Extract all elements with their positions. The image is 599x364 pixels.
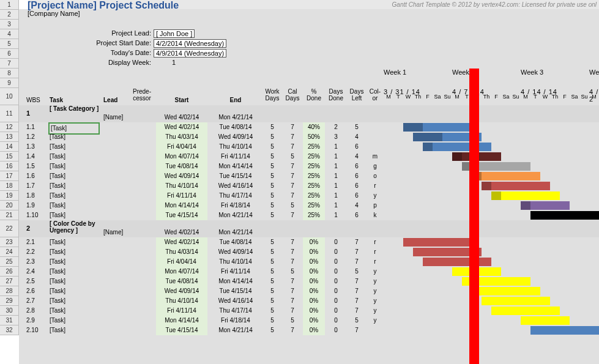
row-number[interactable]: 30 xyxy=(0,306,19,316)
cell-dd[interactable]: 0 xyxy=(326,286,346,296)
cell-wbs[interactable]: 2.1 xyxy=(26,237,45,247)
cell-start[interactable]: Thu 4/03/14 xyxy=(156,247,207,257)
cell-cd[interactable]: 5 xyxy=(283,267,302,277)
cell-cd[interactable]: 7 xyxy=(283,247,302,257)
cell-task[interactable]: [Task] xyxy=(50,237,101,247)
row-number[interactable]: 32 xyxy=(0,325,19,335)
cell-task[interactable]: [Task] xyxy=(50,296,101,306)
cell-cd[interactable]: 7 xyxy=(283,277,302,286)
cell-cl[interactable]: y xyxy=(368,267,382,277)
cell-wd[interactable]: 5 xyxy=(262,286,282,296)
cell-wbs[interactable]: 1.9 xyxy=(26,201,45,210)
cell-task[interactable]: [Task] xyxy=(50,267,101,277)
cell-cl[interactable]: y xyxy=(368,286,382,296)
task-row[interactable]: 2.8[Task]Fri 4/11/14Thu 4/17/14570%07y xyxy=(19,306,599,316)
cell-dl[interactable]: 5 xyxy=(347,122,366,132)
cell-dd[interactable]: 0 xyxy=(326,277,346,286)
cell-dl[interactable]: 5 xyxy=(347,316,366,325)
cell-dd[interactable]: 0 xyxy=(326,247,346,257)
task-row[interactable]: 2.6[Task]Wed 4/09/14Tue 4/15/14570%07y xyxy=(19,286,599,296)
cell-start[interactable]: Fri 4/04/14 xyxy=(156,142,207,152)
cell-cl[interactable]: y xyxy=(368,296,382,306)
cell-task[interactable]: [Task] xyxy=(50,162,101,171)
cell-start[interactable]: Mon 4/07/14 xyxy=(156,267,207,277)
cell-end[interactable]: Fri 4/18/14 xyxy=(210,316,261,325)
cell-task[interactable]: [Task] xyxy=(50,247,101,257)
cell-dd[interactable]: 0 xyxy=(326,316,346,325)
row-number[interactable]: 10 xyxy=(0,88,19,105)
row-number[interactable]: 18 xyxy=(0,181,19,191)
row-number[interactable]: 6 xyxy=(0,49,19,59)
row-number[interactable]: 1 xyxy=(0,0,19,10)
task-row[interactable]: 1.5[Task]Tue 4/08/14Mon 4/14/145725%16g xyxy=(19,162,599,171)
cell-dl[interactable]: 6 xyxy=(347,142,366,152)
cell-cd[interactable]: 7 xyxy=(283,181,302,191)
task-row[interactable]: 2.10[Task]Tue 4/15/14Mon 4/21/14570%07 xyxy=(19,325,599,335)
cell-start[interactable]: Thu 4/03/14 xyxy=(156,132,207,142)
cell-wbs[interactable]: 1.6 xyxy=(26,171,45,181)
cell-cd[interactable]: 7 xyxy=(283,296,302,306)
lead-value[interactable]: [ John Doe ] xyxy=(154,29,195,38)
cell-pd[interactable]: 25% xyxy=(303,171,325,181)
cell-pd[interactable]: 0% xyxy=(303,325,325,335)
cell-wd[interactable]: 5 xyxy=(262,181,282,191)
cell-start[interactable]: Tue 4/15/14 xyxy=(156,210,207,220)
cell-cl[interactable]: k xyxy=(368,210,382,220)
cell-pd[interactable]: 0% xyxy=(303,267,325,277)
cell-dd[interactable]: 1 xyxy=(326,191,346,201)
cell-start[interactable]: Wed 4/09/14 xyxy=(156,171,207,181)
cell-wd[interactable]: 5 xyxy=(262,191,282,201)
task-row[interactable]: 2.3[Task]Fri 4/04/14Thu 4/10/14570%07r xyxy=(19,257,599,267)
cell-pd[interactable]: 40% xyxy=(303,122,325,132)
cell-dl[interactable]: 6 xyxy=(347,210,366,220)
task-row[interactable]: 2.2[Task]Thu 4/03/14Wed 4/09/14570%07r xyxy=(19,247,599,257)
cell-dd[interactable]: 0 xyxy=(326,325,346,335)
cell-start[interactable]: Fri 4/11/14 xyxy=(156,306,207,316)
cell-task[interactable]: [Task] xyxy=(50,201,101,210)
cell-end[interactable]: Tue 4/15/14 xyxy=(210,171,261,181)
cell-end[interactable]: Thu 4/17/14 xyxy=(210,306,261,316)
task-row[interactable]: 2.7[Task]Thu 4/10/14Wed 4/16/14570%07y xyxy=(19,296,599,306)
task-row[interactable]: 1.8[Task]Fri 4/11/14Thu 4/17/145725%16y xyxy=(19,191,599,201)
cell-wd[interactable]: 5 xyxy=(262,142,282,152)
cell-pd[interactable]: 0% xyxy=(303,286,325,296)
cell-wbs[interactable]: 1.3 xyxy=(26,142,45,152)
grid[interactable]: [Project Name] Project Schedule Gantt Ch… xyxy=(19,0,599,364)
cell-wbs[interactable]: 1.5 xyxy=(26,162,45,171)
cell-cl[interactable]: y xyxy=(368,191,382,201)
cell-cl[interactable]: g xyxy=(368,162,382,171)
cell-pd[interactable]: 0% xyxy=(303,316,325,325)
cell-pd[interactable]: 25% xyxy=(303,201,325,210)
cell-dl[interactable]: 5 xyxy=(347,267,366,277)
cell-dl[interactable]: 7 xyxy=(347,257,366,267)
cell-pd[interactable]: 0% xyxy=(303,237,325,247)
row-number[interactable]: 15 xyxy=(0,152,19,162)
row-number[interactable]: 31 xyxy=(0,316,19,325)
cell-wbs[interactable]: 2.7 xyxy=(26,296,45,306)
cell-task[interactable]: [Task] xyxy=(50,132,101,142)
cell-pd[interactable]: 25% xyxy=(303,181,325,191)
cell-wd[interactable]: 5 xyxy=(262,171,282,181)
company-name[interactable]: [Company Name] xyxy=(28,10,80,17)
cell-wbs[interactable]: 1.2 xyxy=(26,132,45,142)
cell-wd[interactable]: 5 xyxy=(262,132,282,142)
row-number[interactable]: 20 xyxy=(0,201,19,210)
cell-start[interactable]: Thu 4/10/14 xyxy=(156,296,207,306)
cell-task[interactable]: [Task] xyxy=(50,316,101,325)
cell-wbs[interactable]: 2.10 xyxy=(26,325,45,335)
cell-start[interactable]: Tue 4/15/14 xyxy=(156,325,207,335)
row-number[interactable]: 27 xyxy=(0,277,19,286)
cell-end[interactable]: Mon 4/21/14 xyxy=(210,325,261,335)
cell-task[interactable]: [Task] xyxy=(50,277,101,286)
cell-end[interactable]: Mon 4/14/14 xyxy=(210,277,261,286)
cell-wd[interactable]: 5 xyxy=(262,306,282,316)
row-number[interactable]: 3 xyxy=(0,20,19,29)
display-value[interactable]: 1 xyxy=(172,59,176,66)
task-row[interactable]: 1.7[Task]Thu 4/10/14Wed 4/16/145725%16r xyxy=(19,181,599,191)
cell-pd[interactable]: 0% xyxy=(303,296,325,306)
cell-dd[interactable]: 1 xyxy=(326,171,346,181)
row-number[interactable]: 19 xyxy=(0,191,19,201)
cell-dd[interactable]: 2 xyxy=(326,122,346,132)
row-number[interactable]: 2 xyxy=(0,10,19,20)
task-row[interactable]: 1.10[Task]Tue 4/15/14Mon 4/21/145725%16k xyxy=(19,210,599,220)
